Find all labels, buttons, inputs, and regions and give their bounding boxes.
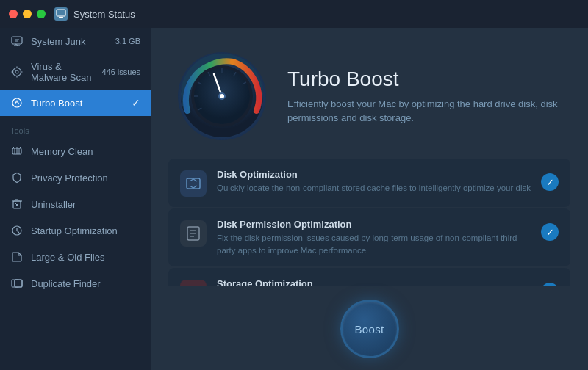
storage-optimization-title: Storage Optimization <box>217 278 531 286</box>
disk-permission-title: Disk Permission Optimization <box>217 219 531 230</box>
disk-permission-desc: Fix the disk permission issues caused by… <box>217 232 531 256</box>
app-title: System Status <box>54 7 135 21</box>
titlebar: System Status <box>0 0 588 28</box>
content-area: Turbo Boost Efficiently boost your Mac b… <box>151 28 588 370</box>
svg-rect-30 <box>15 280 22 287</box>
traffic-lights <box>9 10 46 18</box>
disk-optimization-check: ✓ <box>541 173 559 191</box>
svg-rect-3 <box>12 37 22 44</box>
disk-optimization-title: Disk Optimization <box>217 169 531 180</box>
system-junk-icon <box>10 35 24 48</box>
uninstaller-label: Uninstaller <box>31 199 140 210</box>
privacy-protection-icon <box>10 171 24 184</box>
check-icon-2: ✓ <box>546 227 554 238</box>
feature-storage-optimization: Storage Optimization Correct the modifie… <box>168 268 570 286</box>
storage-optimization-text: Storage Optimization Correct the modifie… <box>217 278 531 286</box>
startup-optimization-label: Startup Optimization <box>31 225 140 236</box>
hero-section: Turbo Boost Efficiently boost your Mac b… <box>151 28 588 159</box>
sidebar-item-duplicate-finder[interactable]: Duplicate Finder <box>0 270 151 297</box>
check-icon: ✓ <box>546 177 554 188</box>
feature-disk-permission: Disk Permission Optimization Fix the dis… <box>168 208 570 266</box>
svg-rect-46 <box>187 178 200 189</box>
close-button[interactable] <box>9 10 18 18</box>
duplicate-finder-icon <box>10 277 24 290</box>
app-icon <box>54 7 68 21</box>
svg-point-8 <box>13 68 21 76</box>
virus-malware-label: Virus & Malware Scan <box>31 61 94 83</box>
privacy-protection-label: Privacy Protection <box>31 173 140 184</box>
sidebar-item-system-junk[interactable]: System Junk 3.1 GB <box>0 28 151 54</box>
disk-permission-check: ✓ <box>541 223 559 241</box>
hero-description: Efficiently boost your Mac by optimizing… <box>287 97 564 126</box>
sidebar-item-uninstaller[interactable]: Uninstaller <box>0 191 151 217</box>
turbo-boost-label: Turbo Boost <box>31 98 124 109</box>
sidebar-item-startup-optimization[interactable]: Startup Optimization <box>0 217 151 244</box>
large-old-files-icon <box>10 250 24 264</box>
app-title-text: System Status <box>74 9 135 20</box>
features-list: Disk Optimization Quickly locate the non… <box>151 159 588 286</box>
disk-optimization-icon <box>180 170 207 197</box>
virus-malware-badge: 446 issues <box>101 68 140 76</box>
minimize-button[interactable] <box>23 10 32 18</box>
disk-permission-icon <box>180 220 207 247</box>
sidebar-item-memory-clean[interactable]: Memory Clean <box>0 138 151 164</box>
startup-optimization-icon <box>10 224 24 237</box>
boost-button[interactable]: Boost <box>340 300 399 358</box>
svg-rect-0 <box>57 10 65 16</box>
sidebar: System Junk 3.1 GB Virus & Malware Scan … <box>0 28 151 370</box>
system-junk-badge: 3.1 GB <box>115 37 140 46</box>
turbo-boost-icon <box>10 96 24 109</box>
large-old-files-label: Large & Old Files <box>31 252 140 263</box>
sidebar-item-privacy-protection[interactable]: Privacy Protection <box>0 164 151 191</box>
maximize-button[interactable] <box>37 10 46 18</box>
uninstaller-icon <box>10 197 24 211</box>
disk-optimization-desc: Quickly locate the non-compliant stored … <box>217 182 531 195</box>
sidebar-item-large-old-files[interactable]: Large & Old Files <box>0 244 151 270</box>
virus-malware-icon <box>10 65 24 79</box>
hero-title: Turbo Boost <box>287 68 564 91</box>
system-junk-label: System Junk <box>31 36 108 47</box>
turbo-gauge <box>174 48 270 144</box>
tools-section-label: Tools <box>0 116 151 138</box>
disk-optimization-text: Disk Optimization Quickly locate the non… <box>217 169 531 195</box>
duplicate-finder-label: Duplicate Finder <box>31 278 140 289</box>
memory-clean-icon <box>10 145 24 158</box>
main-layout: System Junk 3.1 GB Virus & Malware Scan … <box>0 28 588 370</box>
feature-disk-optimization: Disk Optimization Quickly locate the non… <box>168 159 570 207</box>
hero-text: Turbo Boost Efficiently boost your Mac b… <box>287 68 564 126</box>
svg-point-13 <box>15 70 18 73</box>
sidebar-item-turbo-boost[interactable]: Turbo Boost ✓ <box>0 90 151 116</box>
boost-area: Boost <box>151 286 588 370</box>
memory-clean-label: Memory Clean <box>31 146 140 157</box>
disk-permission-text: Disk Permission Optimization Fix the dis… <box>217 219 531 256</box>
turbo-boost-check: ✓ <box>132 97 140 109</box>
sidebar-item-virus-malware[interactable]: Virus & Malware Scan 446 issues <box>0 54 151 90</box>
storage-optimization-icon <box>180 280 207 286</box>
